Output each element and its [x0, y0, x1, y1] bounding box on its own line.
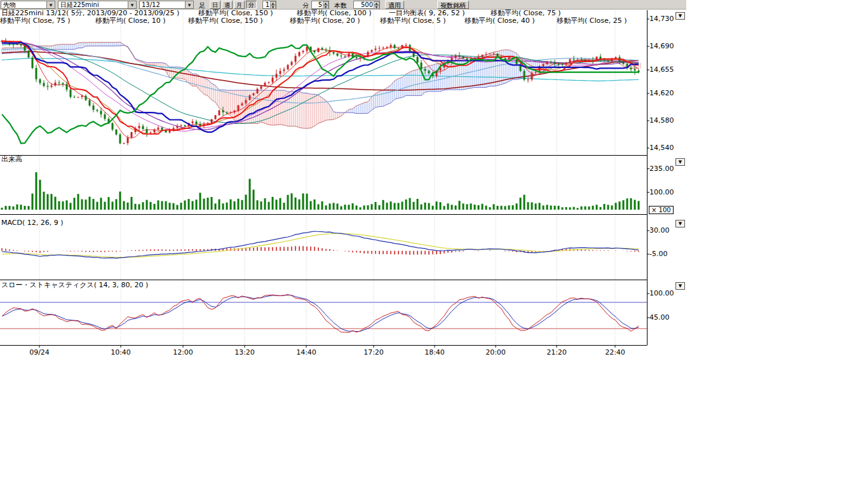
time-axis-label: 17:20: [358, 348, 390, 356]
bars-count-label: 本数: [334, 1, 347, 10]
macd-panel: [2, 231, 639, 258]
time-axis-label: 10:40: [105, 348, 137, 356]
dropdown-arrow-icon[interactable]: ▼: [128, 1, 136, 8]
stochastics-panel-title: スロー・ストキャスティクス( 14, 3, 80, 20 ): [1, 281, 148, 289]
indicator-label: 移動平均( Close, 20 ): [290, 17, 360, 25]
contract-month-value: 13/12: [140, 1, 185, 8]
volume-multiplier-badge: × 100: [649, 206, 674, 214]
bar-multiple-spinner[interactable]: 1 ▲▼: [262, 1, 276, 9]
volume-panel-menu-button[interactable]: ▼: [675, 158, 685, 166]
chart-canvas[interactable]: [0, 0, 686, 362]
stoch-panel-menu-button[interactable]: ▼: [675, 282, 685, 290]
macd-axis-label: 30.00: [649, 227, 670, 234]
volume-panel: [1, 172, 640, 210]
time-axis-label: 21:20: [541, 348, 573, 356]
time-axis-label: 20:00: [480, 348, 512, 356]
indicator-label: 移動平均( Close, 40 ): [465, 17, 535, 25]
indicator-label: 移動平均( Close, 10 ): [95, 17, 166, 25]
period-week-button[interactable]: 週: [222, 1, 233, 9]
time-axis-label: 14:40: [290, 348, 322, 356]
period-month-button[interactable]: 月: [234, 1, 245, 9]
stochastics-panel: [0, 295, 647, 333]
price-axis-label: 14,540: [649, 144, 674, 152]
market-type-select[interactable]: 先物 ▼: [1, 1, 55, 9]
indicator-label: 移動平均( Close, 25 ): [557, 17, 627, 25]
price-panel: [1, 38, 641, 146]
spinner-down-icon[interactable]: ▼: [323, 5, 329, 9]
bar-multiple-value: 1: [263, 1, 270, 8]
price-panel-menu-button[interactable]: ▼: [675, 12, 685, 20]
stoch-axis-label: 100.00: [649, 290, 674, 297]
contract-month-select[interactable]: 13/12 ▼: [139, 1, 194, 9]
symbol-value: 日経225mini: [58, 1, 128, 10]
price-axis-label: 14,620: [649, 90, 674, 97]
time-axis-label: 09/24: [24, 348, 55, 356]
spinner-buttons[interactable]: ▲▼: [270, 1, 276, 8]
spinner-buttons[interactable]: ▲▼: [374, 1, 379, 8]
symbol-select[interactable]: 日経225mini ▼: [58, 1, 137, 9]
price-axis-label: 14,730: [649, 15, 674, 23]
price-axis-label: 14,580: [649, 117, 674, 125]
chart-region: 日経225mini 13/12( 5分, 2013/09/20 - 2013/0…: [0, 0, 686, 362]
time-axis-label: 13:20: [229, 348, 261, 356]
minute-unit-label: 分: [302, 1, 309, 10]
spinner-buttons[interactable]: ▲▼: [323, 1, 329, 8]
dropdown-arrow-icon[interactable]: ▼: [185, 1, 193, 8]
volume-axis-label: 100.00: [649, 189, 674, 196]
macd-panel-title: MACD( 12, 26, 9 ): [1, 219, 64, 227]
price-axis-label: 14,690: [649, 43, 674, 50]
border-layer: [0, 10, 649, 348]
indicator-label: 移動平均( Close, 150 ): [188, 17, 263, 25]
indicator-label: 移動平均( Close, 5 ): [380, 17, 446, 25]
apply-button[interactable]: 適用: [385, 1, 404, 9]
time-axis-label: 12:00: [167, 348, 199, 356]
chart-app-window: 先物 ▼ 日経225mini ▼ 13/12 ▼ 足 日 週 月 分 1 ▲▼ …: [0, 0, 686, 362]
main-toolbar: 先物 ▼ 日経225mini ▼ 13/12 ▼ 足 日 週 月 分 1 ▲▼ …: [0, 0, 686, 10]
volume-axis-label: 235.00: [649, 165, 674, 173]
time-axis-label: 22:40: [599, 348, 631, 356]
period-minute-button[interactable]: 分: [246, 1, 257, 9]
bars-count-spinner[interactable]: 500 ▲▼: [353, 1, 380, 9]
multi-symbol-button[interactable]: 複数銘柄: [437, 1, 469, 9]
spinner-down-icon[interactable]: ▼: [270, 5, 276, 9]
macd-panel-menu-button[interactable]: ▼: [675, 220, 685, 227]
indicator-label: 移動平均( Close, 75 ): [0, 17, 71, 25]
time-axis-label: 18:40: [419, 348, 451, 356]
market-type-value: 先物: [1, 1, 46, 10]
price-axis-label: 14,655: [649, 66, 674, 74]
interval-spinner[interactable]: 5 ▲▼: [311, 1, 329, 9]
stoch-axis-label: 45.00: [649, 314, 670, 322]
interval-value: 5: [312, 1, 323, 8]
period-day-button[interactable]: 日: [210, 1, 220, 9]
bars-count-value: 500: [354, 1, 374, 8]
bar-type-label: 足: [199, 1, 205, 10]
spinner-down-icon[interactable]: ▼: [374, 5, 379, 9]
macd-axis-label: -5.00: [649, 250, 667, 258]
volume-panel-title: 出来高: [1, 156, 22, 163]
dropdown-arrow-icon[interactable]: ▼: [46, 1, 55, 8]
